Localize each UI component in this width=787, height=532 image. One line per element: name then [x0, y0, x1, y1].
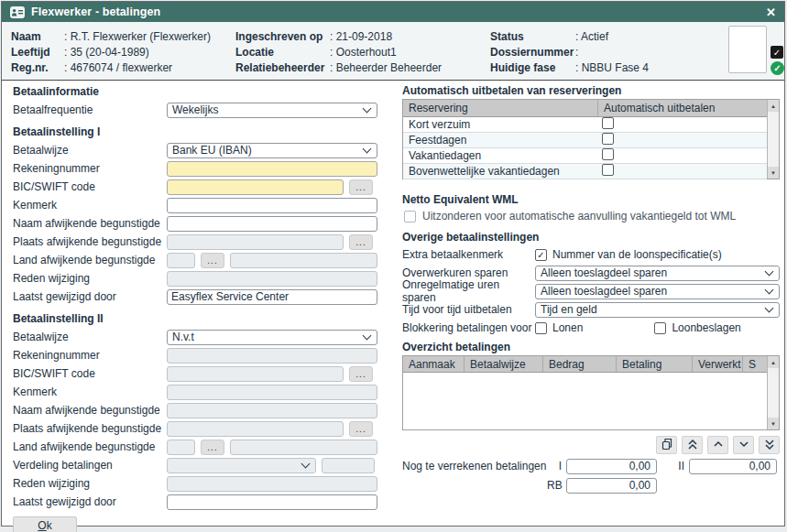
leeftijd-label: Leeftijd	[11, 46, 64, 59]
chevron-down-icon	[301, 459, 311, 468]
i-label: I	[547, 460, 562, 472]
plaats-afwijkende-input-1[interactable]	[167, 234, 344, 250]
loonbeslagen-checkbox[interactable]	[654, 322, 666, 334]
verdeling-input[interactable]	[322, 458, 375, 473]
plaats-lookup-button-2[interactable]: ...	[349, 421, 373, 437]
betaal-form-right: Automatisch uitbetalen van reserveringen…	[402, 82, 780, 494]
wml-uitzonderen-checkbox[interactable]	[404, 211, 416, 223]
wml-checkbox-row: Uitzonderen voor automatische aanvulling…	[402, 208, 780, 224]
bic-lookup-button-1[interactable]: ...	[349, 179, 373, 195]
verrekenen-ii-input[interactable]	[689, 459, 777, 474]
lonen-checkbox[interactable]	[535, 322, 547, 334]
reden-wijziging-input-2[interactable]	[167, 476, 377, 492]
tijd-voor-tijd-select[interactable]: Tijd en geld	[535, 302, 780, 318]
col-betaalwijze: Betaalwijze	[464, 356, 542, 372]
field-rekeningnummer-2: Rekeningnummer	[13, 346, 377, 364]
field-plaats-afwijkende-2: Plaats afwijkende begunstigde ...	[13, 419, 377, 438]
field-betaalwijze-2: Betaalwijze N.v.t	[13, 328, 377, 346]
field-tijd-voor-tijd: Tijd voor tijd uitbetalen Tijd en geld	[402, 300, 780, 319]
naam-value: : R.T. Flexwerker (Flexwerker)	[64, 30, 211, 43]
laatst-gewijzigd-input-1[interactable]	[167, 289, 377, 305]
field-rekeningnummer-1: Rekeningnummer	[13, 159, 377, 178]
field-blokkering-betalingen: Blokkering betalingen voor Lonen Loonbes…	[402, 319, 780, 337]
col-s: S	[742, 356, 767, 372]
overzicht-title: Overzicht betalingen	[402, 339, 780, 355]
scroll-up-icon[interactable]: ▲	[768, 100, 779, 112]
naam-afwijkende-input-1[interactable]	[167, 216, 377, 232]
kenmerk-input-1[interactable]	[167, 198, 377, 213]
field-laatst-gewijzigd-2: Laatst gewijzigd door	[13, 493, 377, 511]
bic-input-1[interactable]	[167, 179, 344, 195]
bic-lookup-button-2[interactable]: ...	[349, 366, 373, 382]
nog-te-verrekenen-row: Nog te verrekenen betalingen I II	[402, 458, 780, 474]
kenmerk-input-2[interactable]	[167, 385, 377, 400]
col-automatisch-uitbetalen: Automatisch uitbetalen	[597, 100, 767, 116]
rekeningnummer-input-2[interactable]	[167, 348, 377, 364]
relatiebeheerder-value: : Beheerder Beheerder	[330, 61, 442, 74]
verrekenen-rb-input[interactable]	[566, 478, 657, 494]
reden-wijziging-input-1[interactable]	[167, 271, 377, 287]
plaats-lookup-button-1[interactable]: ...	[349, 234, 373, 250]
double-chevron-down-icon	[763, 438, 776, 453]
betaalwijze-select-1[interactable]: Bank EU (IBAN)	[167, 143, 377, 158]
field-kenmerk-1: Kenmerk	[13, 196, 377, 214]
huidige-fase-value: : NBBU Fase 4	[575, 61, 649, 74]
scroll-down-icon[interactable]: ▼	[768, 167, 779, 179]
header-checkbox[interactable]: ✓	[771, 46, 783, 59]
rekeningnummer-input-1[interactable]	[167, 161, 377, 177]
scroll-up-icon[interactable]: ▲	[768, 356, 779, 368]
header-column-3: Status: Actief Dossiernummer: Huidige fa…	[490, 28, 649, 75]
regnr-label: Reg.nr.	[11, 61, 64, 74]
extra-betaalkenmerk-checkbox[interactable]: ✓	[535, 249, 547, 261]
verrekenen-i-input[interactable]	[566, 459, 657, 474]
laatst-gewijzigd-input-2[interactable]	[167, 494, 377, 510]
verdeling-select[interactable]	[167, 458, 316, 473]
previous-button[interactable]	[707, 436, 728, 454]
next-button[interactable]	[733, 436, 754, 454]
land-naam-input-2[interactable]	[230, 440, 377, 455]
vakantiedagen-checkbox[interactable]	[602, 148, 614, 160]
overwerkuren-select[interactable]: Alleen toeslagdeel sparen	[535, 266, 780, 281]
window-title: Flexwerker - betalingen	[31, 5, 160, 18]
field-betaalwijze-1: Betaalwijze Bank EU (IBAN)	[13, 141, 377, 159]
chevron-down-icon	[765, 303, 774, 312]
betaalwijze-select-2[interactable]: N.v.t	[167, 330, 377, 345]
betalingen-nav-buttons	[402, 436, 780, 455]
land-code-input-1[interactable]	[167, 253, 195, 268]
plaats-afwijkende-input-2[interactable]	[167, 421, 344, 437]
scroll-down-icon[interactable]: ▼	[768, 418, 779, 429]
naam-afwijkende-input-2[interactable]	[167, 403, 377, 418]
locatie-value: : Oosterhout1	[330, 46, 397, 59]
dossiernummer-value: :	[575, 46, 578, 59]
loonbeslagen-label: Loonbeslagen	[672, 321, 740, 334]
bovenwettelijke-vakantiedagen-checkbox[interactable]	[602, 164, 614, 176]
land-code-input-2[interactable]	[167, 440, 195, 455]
close-icon[interactable]: ✕	[766, 6, 776, 18]
feestdagen-checkbox[interactable]	[602, 133, 614, 145]
field-bic-1: BIC/SWIFT code ...	[13, 178, 377, 196]
flexwerker-betalingen-window: Flexwerker - betalingen ✕ Naam: R.T. Fle…	[1, 1, 785, 527]
ingeschreven-value: : 21-09-2018	[330, 30, 392, 43]
land-lookup-button-1[interactable]: ...	[201, 253, 224, 268]
bic-input-2[interactable]	[167, 366, 344, 382]
land-naam-input-1[interactable]	[230, 253, 377, 268]
header-column-2: Ingeschreven op: 21-09-2018 Locatie: Oos…	[235, 28, 442, 75]
first-button[interactable]	[682, 436, 703, 454]
land-lookup-button-2[interactable]: ...	[201, 440, 224, 455]
copy-button[interactable]	[656, 436, 677, 454]
photo-placeholder	[728, 26, 767, 73]
ok-button[interactable]: Ok	[13, 516, 77, 532]
field-naam-afwijkende-2: Naam afwijkende begunstigde	[13, 401, 377, 419]
betaalfrequentie-select[interactable]: Wekelijks	[167, 103, 377, 118]
field-reden-wijziging-1: Reden wijziging	[13, 269, 377, 288]
dossiernummer-label: Dossiernummer	[490, 46, 575, 59]
rb-label: RB	[547, 479, 562, 492]
check-icon: ✓	[773, 48, 781, 58]
field-land-afwijkende-2: Land afwijkende begunstigde ...	[13, 438, 377, 456]
onregelmatige-uren-select[interactable]: Alleen toeslagdeel sparen	[535, 284, 780, 299]
kort-verzuim-checkbox[interactable]	[602, 117, 614, 129]
last-button[interactable]	[759, 436, 780, 454]
reserveringen-table-header: Reservering Automatisch uitbetalen	[403, 100, 779, 117]
overzicht-scrollbar: ▲ ▼	[767, 356, 779, 429]
status-ok-icon: ✓	[771, 61, 784, 75]
